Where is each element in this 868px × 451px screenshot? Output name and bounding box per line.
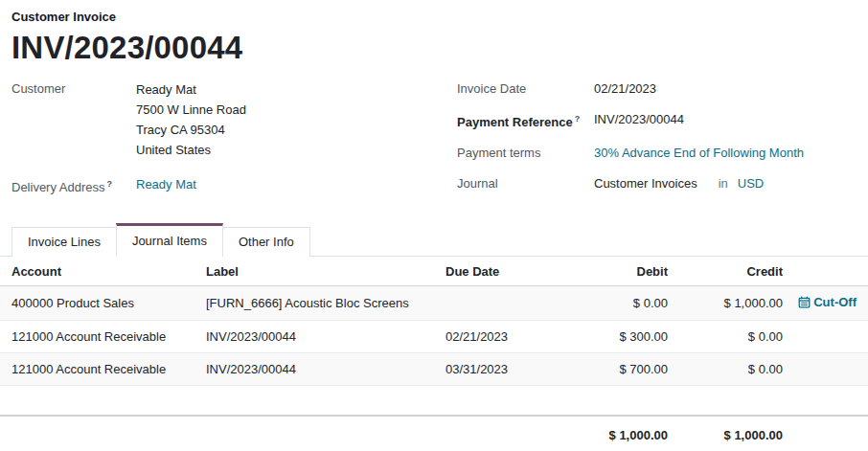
table-row[interactable]: 121000 Account Receivable INV/2023/00044… xyxy=(0,353,868,386)
payment-terms-link[interactable]: 30% Advance End of Following Month xyxy=(594,144,804,162)
invoice-date-value[interactable]: 02/21/2023 xyxy=(594,79,656,98)
column-header-credit[interactable]: Credit xyxy=(668,257,783,285)
table-header-row: Account Label Due Date Debit Credit xyxy=(0,257,868,286)
column-header-debit[interactable]: Debit xyxy=(553,257,668,285)
cut-off-button[interactable]: Cut-Off xyxy=(798,295,857,309)
journal-in-word: in xyxy=(719,174,728,192)
cell-label: INV/2023/00044 xyxy=(206,353,445,385)
customer-label: Customer xyxy=(11,79,136,160)
cell-account: 121000 Account Receivable xyxy=(11,321,206,352)
customer-link[interactable]: Ready Mat xyxy=(136,79,246,100)
cell-label: INV/2023/00044 xyxy=(206,321,445,352)
journal-items-table: Account Label Due Date Debit Credit 4000… xyxy=(0,257,868,451)
help-question-mark: ? xyxy=(575,114,581,124)
field-delivery-address: Delivery Address? Ready Mat xyxy=(11,175,445,196)
field-customer: Customer Ready Mat 7500 W Linne Road Tra… xyxy=(11,79,445,160)
invoice-date-label: Invoice Date xyxy=(457,79,594,98)
cell-account: 121000 Account Receivable xyxy=(11,353,206,385)
field-payment-terms: Payment terms 30% Advance End of Followi… xyxy=(457,144,857,162)
document-type-heading: Customer Invoice xyxy=(0,10,868,24)
field-area: Customer Ready Mat 7500 W Linne Road Tra… xyxy=(0,68,868,207)
tab-invoice-lines[interactable]: Invoice Lines xyxy=(11,227,117,257)
cell-debit: $ 300.00 xyxy=(553,321,668,352)
field-payment-reference: Payment Reference? INV/2023/00044 xyxy=(457,110,857,131)
cell-label: [FURN_6666] Acoustic Bloc Screens xyxy=(206,287,445,319)
delivery-address-link[interactable]: Ready Mat xyxy=(136,175,196,196)
cell-due-date: 03/31/2023 xyxy=(445,353,553,385)
cell-debit: $ 700.00 xyxy=(553,353,668,385)
table-row[interactable]: 121000 Account Receivable INV/2023/00044… xyxy=(0,321,868,353)
invoice-number-title: INV/2023/00044 xyxy=(0,24,868,68)
customer-address-line: United States xyxy=(136,140,246,160)
totals-row: $ 1,000.00 $ 1,000.00 xyxy=(0,415,868,451)
tab-other-info[interactable]: Other Info xyxy=(222,227,310,257)
tab-journal-items[interactable]: Journal Items xyxy=(116,223,223,257)
customer-address-line: 7500 W Linne Road xyxy=(136,100,246,120)
journal-value[interactable]: Customer Invoices xyxy=(594,174,697,192)
payment-terms-label: Payment terms xyxy=(457,144,594,162)
cell-debit: $ 0.00 xyxy=(553,287,668,319)
journal-currency-link[interactable]: USD xyxy=(738,174,764,192)
notebook-tabs: Invoice Lines Journal Items Other Info xyxy=(0,223,868,257)
field-journal: Journal Customer Invoices in USD xyxy=(457,174,857,192)
journal-label: Journal xyxy=(457,174,594,192)
empty-table-space xyxy=(0,386,868,415)
total-credit: $ 1,000.00 xyxy=(668,417,783,451)
cell-due-date xyxy=(445,295,553,312)
total-debit: $ 1,000.00 xyxy=(553,417,668,451)
cell-credit: $ 0.00 xyxy=(668,353,783,385)
column-header-label[interactable]: Label xyxy=(206,257,445,285)
table-row[interactable]: 400000 Product Sales [FURN_6666] Acousti… xyxy=(0,286,868,321)
payment-reference-label: Payment Reference? xyxy=(457,110,594,131)
delivery-address-label: Delivery Address? xyxy=(11,175,136,196)
column-header-account[interactable]: Account xyxy=(11,257,206,285)
invoice-form: Customer Invoice INV/2023/00044 Customer… xyxy=(0,0,868,451)
field-invoice-date: Invoice Date 02/21/2023 xyxy=(457,79,857,98)
help-question-mark: ? xyxy=(107,179,113,189)
payment-reference-value[interactable]: INV/2023/00044 xyxy=(594,110,684,131)
customer-address-line: Tracy CA 95304 xyxy=(136,120,246,140)
cell-account: 400000 Product Sales xyxy=(11,287,206,319)
calendar-icon xyxy=(798,296,811,308)
cell-credit: $ 0.00 xyxy=(668,321,783,352)
cell-due-date: 02/21/2023 xyxy=(445,321,553,352)
cell-credit: $ 1,000.00 xyxy=(668,287,783,319)
column-header-due-date[interactable]: Due Date xyxy=(445,257,553,285)
